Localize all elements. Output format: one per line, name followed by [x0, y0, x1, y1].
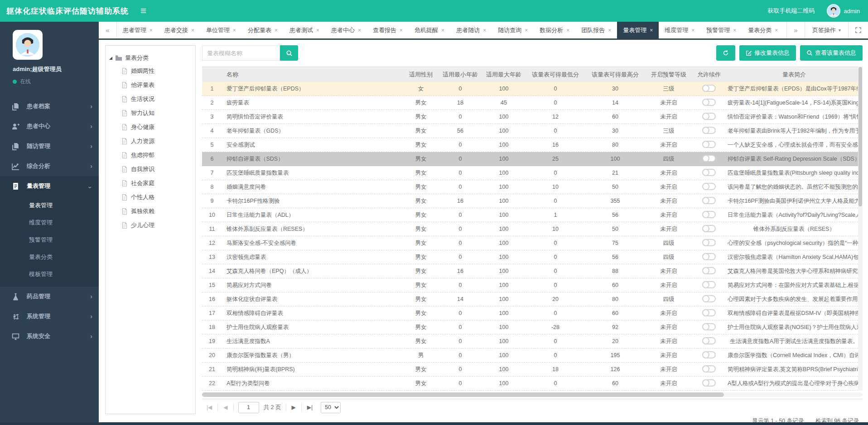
tab-数据分析[interactable]: 数据分析× — [534, 22, 575, 38]
allow-continue-toggle[interactable] — [702, 169, 716, 176]
tab-患者中心[interactable]: 患者中心× — [325, 22, 367, 38]
table-row[interactable]: 4老年抑郁量表（GDS）男女56100030三级老年抑郁量表由Brink等人于1… — [202, 124, 863, 138]
column-header-适用性别[interactable]: 适用性别 — [403, 71, 439, 79]
hamburger-icon[interactable]: ≡ — [140, 6, 146, 16]
tree-item-社会家庭[interactable]: 社会家庭 — [109, 176, 192, 190]
refresh-button[interactable] — [716, 45, 735, 61]
table-row[interactable]: 14艾森克人格问卷（EPQ）（成人）男女16100088未开启艾森克人格问卷是英… — [202, 264, 863, 278]
tab-患者交接[interactable]: 患者交接× — [159, 22, 200, 38]
tab-operations-dropdown[interactable]: 页签操作 ▾ — [805, 22, 848, 38]
tab-量表分类[interactable]: 量表分类× — [742, 22, 784, 38]
tab-预警管理[interactable]: 预警管理× — [700, 22, 742, 38]
column-header-该量表可得最低分[interactable]: 该量表可得最低分 — [526, 71, 585, 79]
sidebar-subitem-量表管理[interactable]: 量表管理 — [0, 197, 99, 214]
allow-continue-toggle[interactable] — [702, 197, 716, 204]
tab-close-icon[interactable]: × — [275, 27, 278, 33]
sidebar-item-患者中心[interactable]: 患者中心› — [0, 116, 99, 136]
table-row[interactable]: 22A型行为类型问卷男女0100060未开启A型人格或A型行为模式的提出是心理学… — [202, 377, 863, 391]
last-page-button[interactable]: ▶| — [304, 403, 315, 411]
next-page-button[interactable]: ▶ — [289, 403, 299, 411]
tree-item-婚姻两性[interactable]: 婚姻两性 — [109, 64, 192, 78]
tree-item-人力资源[interactable]: 人力资源 — [109, 134, 192, 148]
sidebar-subitem-模板管理[interactable]: 模板管理 — [0, 266, 99, 283]
table-row[interactable]: 11锥体外系副反应量表（RESES）男女01001050未开启锥体外系副反应量表… — [202, 222, 863, 236]
allow-continue-toggle[interactable] — [702, 253, 716, 260]
tree-item-智力认知[interactable]: 智力认知 — [109, 106, 192, 120]
page-number-input[interactable] — [238, 402, 259, 413]
tab-close-icon[interactable]: × — [733, 27, 736, 33]
edit-scale-button[interactable]: 修改量表信息 — [739, 45, 796, 61]
allow-continue-toggle[interactable] — [702, 365, 716, 372]
table-row[interactable]: 7匹茨堡睡眠质量指数量表男女0100021未开启匹兹堡睡眠质量指数量表(Pitt… — [202, 166, 863, 180]
allow-continue-toggle[interactable] — [702, 337, 716, 344]
column-header-允许续作[interactable]: 允许续作 — [692, 71, 726, 79]
allow-continue-toggle[interactable] — [702, 85, 716, 92]
horizontal-scrollbar-thumb[interactable] — [202, 392, 724, 397]
table-row[interactable]: 1爱丁堡产后抑郁量表（EPDS）女0100030三级爱丁堡产后抑郁量表（EPDS… — [202, 82, 863, 96]
column-header-适用最大年龄[interactable]: 适用最大年龄 — [482, 71, 526, 79]
table-row[interactable]: 16躯体化症状自评量表男女141002080四级心理因素对于大多数疾病的发生、发… — [202, 292, 863, 306]
allow-continue-toggle[interactable] — [702, 141, 716, 148]
tab-close-icon[interactable]: × — [650, 27, 653, 33]
allow-continue-toggle[interactable] — [702, 211, 716, 218]
tab-close-icon[interactable]: × — [525, 27, 528, 33]
tree-item-焦虑抑郁[interactable]: 焦虑抑郁 — [109, 148, 192, 162]
sidebar-item-系统安全[interactable]: 系统安全› — [0, 326, 99, 346]
allow-continue-toggle[interactable] — [702, 127, 716, 134]
table-row[interactable]: 6抑郁自评量表（SDS）男女010025100四级抑郁自评量表 Self-Rat… — [202, 152, 863, 166]
allow-continue-toggle[interactable] — [702, 155, 716, 162]
table-row[interactable]: 5安全感测试男女01001680未开启一个人缺乏安全感，心理成长就会停滞，而有安… — [202, 138, 863, 152]
allow-continue-toggle[interactable] — [702, 183, 716, 190]
column-header-量表简介[interactable]: 量表简介 — [726, 71, 863, 79]
allow-continue-toggle[interactable] — [702, 309, 716, 316]
tab-随访查询[interactable]: 随访查询× — [492, 22, 534, 38]
tab-患者管理[interactable]: 患者管理× — [117, 22, 159, 38]
vertical-scrollbar[interactable] — [858, 67, 863, 391]
horizontal-scrollbar[interactable] — [202, 392, 863, 397]
fullscreen-toggle[interactable] — [848, 22, 868, 38]
allow-continue-toggle[interactable] — [702, 323, 716, 330]
page-size-select[interactable]: 50 — [321, 402, 341, 413]
column-header-开启预警等级[interactable]: 开启预警等级 — [645, 71, 692, 79]
table-row[interactable]: 2疲劳量表男女1845014未开启疲劳量表-14[1](FatigueScale… — [202, 96, 863, 110]
sidebar-item-系统管理[interactable]: 系统管理› — [0, 306, 99, 326]
get-qrcode-link[interactable]: 获取手机端二维码 — [768, 7, 815, 15]
table-row[interactable]: 10日常生活能力量表（ADL）男女0100156未开启日常生活能力量表（Acti… — [202, 208, 863, 222]
table-row[interactable]: 9卡特尔16PF性格测验男女161000355未开启卡特尔16PF测验由美国伊利… — [202, 194, 863, 208]
prev-page-button[interactable]: ◀ — [221, 403, 230, 411]
tab-分配量表[interactable]: 分配量表× — [242, 22, 284, 38]
tab-维度管理[interactable]: 维度管理× — [659, 22, 700, 38]
allow-continue-toggle[interactable] — [702, 239, 716, 246]
table-row[interactable]: 3简明惧怕否定评价量表男女01001260未开启惧怕否定评价量表：Watson和… — [202, 110, 863, 124]
tab-患者测试[interactable]: 患者测试× — [284, 22, 325, 38]
allow-continue-toggle[interactable] — [702, 379, 716, 387]
tree-item-自我辨识[interactable]: 自我辨识 — [109, 162, 192, 176]
tree-item-孤独依赖[interactable]: 孤独依赖 — [109, 204, 192, 218]
tab-close-icon[interactable]: × — [358, 27, 361, 33]
tree-expander-icon[interactable]: ◢ — [109, 56, 112, 60]
tab-close-icon[interactable]: × — [608, 27, 611, 33]
view-scale-button[interactable]: 查看该量表信息 — [800, 45, 863, 61]
tab-查看报告[interactable]: 查看报告× — [367, 22, 409, 38]
sidebar-subitem-维度管理[interactable]: 维度管理 — [0, 214, 99, 231]
tab-close-icon[interactable]: × — [691, 27, 694, 33]
table-row[interactable]: 18护士用住院病人观察量表男女0100-2892未开启护士用住院病人观察量表(N… — [202, 320, 863, 334]
search-input[interactable] — [202, 45, 280, 61]
profile-avatar[interactable] — [13, 30, 43, 60]
tab-危机提醒[interactable]: 危机提醒× — [409, 22, 450, 38]
table-row[interactable]: 21简明精神病(科)量表(BPRS)男女010018126未开启简明精神病评定量… — [202, 363, 863, 377]
allow-continue-toggle[interactable] — [702, 267, 716, 274]
tree-root-node[interactable]: ◢ 量表分类 — [109, 52, 192, 64]
search-button[interactable] — [280, 45, 298, 61]
tab-close-icon[interactable]: × — [316, 27, 319, 33]
tree-item-身心健康[interactable]: 身心健康 — [109, 120, 192, 134]
sidebar-item-患者档案[interactable]: 患者档案› — [0, 96, 99, 116]
tab-close-icon[interactable]: × — [566, 27, 569, 33]
column-header-适用最小年龄[interactable]: 适用最小年龄 — [439, 71, 482, 79]
sidebar-item-综合分析[interactable]: 综合分析› — [0, 156, 99, 176]
allow-continue-toggle[interactable] — [702, 225, 716, 232]
vertical-scrollbar-thumb[interactable] — [858, 67, 862, 206]
column-header-该量表可得最高分[interactable]: 该量表可得最高分 — [585, 71, 645, 79]
tab-close-icon[interactable]: × — [775, 27, 778, 33]
sidebar-subitem-量表分类[interactable]: 量表分类 — [0, 248, 99, 266]
